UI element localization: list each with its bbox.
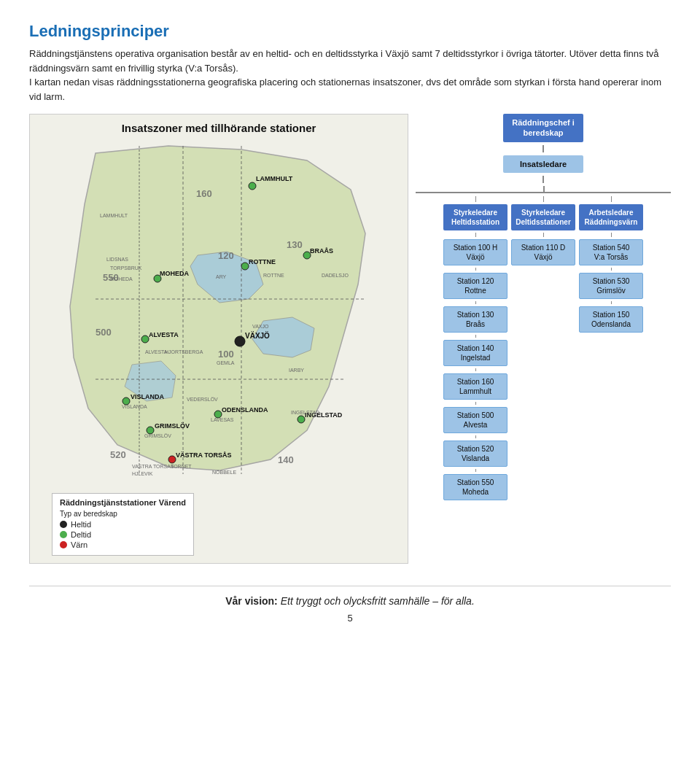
svg-text:GEMLA: GEMLA (217, 360, 235, 365)
svg-text:VÄXJÖ: VÄXJÖ (245, 331, 270, 340)
intro-text: Räddningstjänstens operativa organisatio… (29, 47, 671, 104)
svg-text:NÖBBELE: NÖBBELE (212, 470, 236, 475)
col-deltidsstation: Styrkeledare Deltidsstationer Station 11… (511, 196, 575, 500)
svg-text:GRIMSLÖV: GRIMSLÖV (155, 422, 190, 430)
svg-text:VISLANDA: VISLANDA (131, 393, 165, 400)
svg-text:ROTTNE: ROTTNE (249, 258, 276, 265)
svg-text:520: 520 (110, 449, 126, 460)
legend-heltid-dot (60, 521, 67, 528)
svg-text:VASTRA TORSAS: VASTRA TORSAS (132, 464, 174, 469)
connector-2 (542, 176, 544, 183)
svg-text:LAMMHULT: LAMMHULT (256, 175, 293, 182)
vision-text: Ett tryggt och olycksfritt samhälle – fö… (281, 595, 475, 607)
org-station-500: Station 500 Alvesta (443, 407, 508, 433)
svg-text:MOHEDA: MOHEDA (110, 276, 133, 282)
col1-header: Styrkeledare Heltidsstation (443, 204, 508, 230)
svg-point-9 (249, 182, 256, 190)
col2-header: Styrkeledare Deltidsstationer (511, 204, 575, 230)
svg-text:GRIMSLÖV: GRIMSLÖV (144, 433, 171, 438)
page-number: 5 (29, 613, 671, 624)
svg-text:VÄSTRA TORSÅS: VÄSTRA TORSÅS (176, 451, 232, 459)
map-svg: LAMMHULT 160 ROTTNE 120 BRAÅS 130 MOHEDA… (37, 139, 400, 489)
page-title: Ledningsprinciper (29, 22, 671, 41)
svg-text:IARBY: IARBY (289, 368, 304, 373)
col-raddningsvarn: Arbetsledare Räddningsvärn Station 540 V… (579, 196, 643, 500)
org-chart-panel: Räddningschef i beredskap Insatsledare S… (416, 114, 671, 564)
main-section: Insatszoner med tillhörande stationer (29, 114, 671, 564)
svg-text:140: 140 (278, 454, 294, 465)
svg-text:LAVESAS: LAVESAS (211, 417, 234, 422)
svg-point-24 (235, 336, 245, 346)
vision-prefix: Vår vision: (225, 595, 278, 607)
svg-text:ROTTNE: ROTTNE (263, 273, 284, 278)
connector-1 (542, 145, 544, 152)
svg-text:120: 120 (218, 250, 234, 261)
svg-text:130: 130 (287, 239, 303, 250)
org-station-140: Station 140 Ingelstad (443, 340, 508, 366)
legend-varn-dot (60, 541, 67, 548)
svg-text:HJORTSBERGA: HJORTSBERGA (165, 349, 203, 354)
org-station-120: Station 120 Rottne (443, 273, 508, 299)
legend-heltid: Heltid (60, 520, 186, 529)
svg-text:DADELSJO: DADELSJO (322, 273, 349, 278)
connector-v-top (543, 186, 545, 192)
legend-deltid-dot (60, 531, 67, 538)
svg-text:LIDSNAS: LIDSNAS (106, 257, 128, 262)
org-station-540: Station 540 V:a Torsås (579, 239, 643, 265)
org-station-130: Station 130 Braås (443, 306, 508, 333)
vision-bar: Vår vision: Ett tryggt och olycksfritt s… (29, 586, 671, 607)
svg-text:VAXJO: VAXJO (252, 324, 269, 329)
svg-text:ARY: ARY (216, 274, 227, 279)
org-station-530: Station 530 Grimslöv (579, 273, 643, 299)
map-legend: Räddningstjänststationer Värend Typ av b… (52, 493, 194, 556)
three-cols-header: Styrkeledare Heltidsstation Station 100 … (416, 196, 671, 500)
map-panel: Insatszoner med tillhörande stationer (29, 114, 408, 564)
org-station-520: Station 520 Vislanda (443, 441, 508, 467)
three-col-connector (416, 186, 671, 193)
col1-v-connector (475, 196, 476, 202)
svg-text:ODENSLANDA: ODENSLANDA (222, 406, 268, 414)
org-station-100h: Station 100 H Växjö (443, 239, 508, 265)
org-station-110d: Station 110 D Växjö (511, 239, 575, 265)
svg-text:LAMMHULT: LAMMHULT (100, 213, 128, 218)
org-station-550: Station 550 Moheda (443, 474, 508, 500)
svg-point-12 (241, 263, 249, 270)
svg-text:160: 160 (196, 188, 212, 199)
connector-h (416, 192, 671, 193)
svg-text:100: 100 (218, 349, 234, 360)
svg-text:BRAÅS: BRAÅS (310, 247, 333, 255)
svg-point-33 (298, 416, 305, 423)
org-station-160: Station 160 Lammhult (443, 373, 508, 400)
org-top-box: Räddningschef i beredskap (503, 114, 583, 142)
legend-deltid: Deltid (60, 530, 186, 539)
svg-text:500: 500 (96, 327, 112, 338)
svg-point-21 (141, 335, 149, 343)
col-heltidsstation: Styrkeledare Heltidsstation Station 100 … (443, 196, 508, 500)
svg-text:INGELSTAD: INGELSTAD (291, 410, 319, 415)
svg-point-35 (168, 456, 176, 463)
svg-text:ALVESTA: ALVESTA (149, 331, 179, 338)
svg-text:TORPSBRUK: TORPSBRUK (110, 265, 142, 271)
legend-varn: Värn (60, 540, 186, 549)
col3-header: Arbetsledare Räddningsvärn (579, 204, 643, 230)
org-insatsledare: Insatsledare (503, 155, 583, 173)
svg-text:VEDERSLÖV: VEDERSLÖV (187, 397, 218, 402)
legend-subtitle: Typ av beredskap (60, 510, 186, 518)
svg-text:VISLANDA: VISLANDA (122, 404, 147, 409)
svg-text:MOHEDA: MOHEDA (160, 270, 189, 277)
org-station-150: Station 150 Odenslanda (579, 306, 643, 333)
svg-text:HJLEVIK: HJLEVIK (132, 471, 153, 476)
map-title: Insatszoner med tillhörande stationer (37, 122, 400, 134)
legend-title: Räddningstjänststationer Värend (60, 498, 186, 507)
